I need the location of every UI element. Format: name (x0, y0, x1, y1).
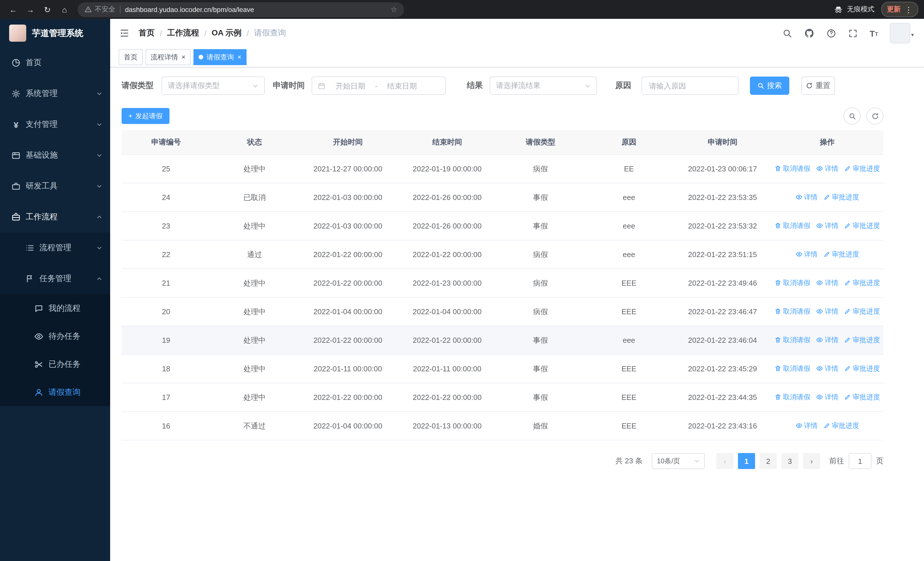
sidebar-item-todo-tasks[interactable]: 待办任务 (0, 322, 110, 350)
detail-link[interactable]: 详情 (816, 307, 838, 316)
progress-link[interactable]: 审批进度 (844, 393, 880, 402)
cell-apply_time: 2022-01-22 23:46:47 (674, 297, 771, 326)
reason-input[interactable] (648, 81, 732, 90)
help-button[interactable] (826, 28, 836, 38)
cell-reason: EEE (584, 383, 674, 412)
progress-link[interactable]: 审批进度 (844, 307, 880, 316)
detail-link[interactable]: 详情 (795, 193, 818, 202)
sidebar-item-infrastructure[interactable]: 基础设施 (0, 140, 110, 171)
browser-forward-button[interactable]: → (23, 2, 38, 17)
breadcrumb-item-oa-example[interactable]: OA 示例 (212, 28, 242, 38)
search-button[interactable]: 搜索 (750, 77, 789, 95)
sidebar-item-dev-tools[interactable]: 研发工具 (0, 171, 110, 202)
delete-icon (774, 394, 782, 401)
reset-button[interactable]: 重置 (801, 77, 835, 95)
tab-process-detail[interactable]: 流程详情 × (146, 49, 190, 65)
tab-home[interactable]: 首页 (119, 49, 142, 65)
cell-type: 病假 (497, 269, 584, 297)
prev-page-button[interactable]: ‹ (716, 453, 734, 469)
goto-page-input[interactable] (849, 453, 872, 469)
breadcrumb-item-home[interactable]: 首页 (139, 28, 154, 38)
yen-icon: ¥ (11, 120, 21, 129)
cell-type: 婚假 (497, 412, 584, 440)
detail-link[interactable]: 详情 (816, 364, 838, 374)
sidebar-item-home[interactable]: 首页 (0, 47, 110, 78)
sidebar-item-task-management[interactable]: 任务管理 (0, 263, 110, 294)
cancel-leave-link[interactable]: 取消请假 (774, 278, 810, 288)
chevron-down-icon (96, 91, 102, 96)
font-size-button[interactable]: T T (870, 29, 878, 38)
sidebar-item-done-tasks[interactable]: 已办任务 (0, 350, 110, 378)
result-select[interactable]: 请选择流结果 (490, 77, 597, 95)
next-page-button[interactable]: › (803, 453, 820, 469)
header-search-button[interactable] (783, 28, 792, 38)
browser-home-button[interactable]: ⌂ (57, 2, 72, 17)
cancel-leave-link[interactable]: 取消请假 (774, 164, 810, 174)
eye-icon (34, 332, 44, 341)
address-bar[interactable]: 不安全 dashboard.yudao.iocoder.cn/bpm/oa/le… (78, 2, 404, 17)
user-avatar[interactable] (890, 23, 910, 44)
progress-link[interactable]: 审批进度 (823, 421, 859, 431)
security-warning[interactable]: 不安全 (84, 5, 115, 14)
progress-link[interactable]: 审批进度 (844, 221, 880, 231)
toggle-search-button[interactable] (843, 107, 861, 125)
browser-menu-icon[interactable]: ⋮ (904, 5, 913, 14)
apply-time-range[interactable]: - (312, 77, 446, 95)
cancel-leave-link[interactable]: 取消请假 (774, 307, 810, 316)
chevron-down-icon (96, 152, 102, 158)
cell-start: 2022-01-22 00:00:00 (298, 269, 397, 297)
cancel-leave-link[interactable]: 取消请假 (774, 393, 810, 402)
sidebar-item-system-management[interactable]: 系统管理 (0, 78, 110, 109)
github-button[interactable] (804, 28, 814, 38)
delete-icon (774, 337, 782, 344)
fullscreen-icon (848, 28, 858, 38)
detail-link[interactable]: 详情 (816, 278, 838, 288)
tab-leave-query[interactable]: 请假查询 × (194, 49, 246, 65)
progress-link[interactable]: 审批进度 (844, 364, 880, 374)
leave-type-select[interactable]: 请选择请假类型 (162, 77, 265, 95)
page-size-select[interactable]: 10条/页 (652, 453, 705, 469)
sidebar-collapse-button[interactable] (119, 28, 129, 38)
app-logo[interactable]: 芋道管理系统 (0, 19, 110, 47)
eye-icon (816, 308, 823, 315)
sidebar-item-leave-query[interactable]: 请假查询 (0, 378, 110, 406)
sidebar-item-my-process[interactable]: 我的流程 (0, 294, 110, 322)
breadcrumb-item-workflow[interactable]: 工作流程 (167, 28, 199, 38)
end-date-input[interactable] (381, 81, 423, 90)
close-icon[interactable]: × (237, 54, 242, 60)
cancel-leave-link[interactable]: 取消请假 (774, 335, 810, 345)
cell-end: 2022-01-23 00:00:00 (397, 269, 497, 297)
browser-reload-button[interactable]: ↻ (40, 2, 55, 17)
fullscreen-button[interactable] (848, 28, 858, 38)
detail-link[interactable]: 详情 (816, 221, 838, 231)
close-icon[interactable]: × (182, 54, 186, 60)
sidebar-item-process-management[interactable]: 流程管理 (0, 233, 110, 263)
create-leave-button[interactable]: + 发起请假 (122, 108, 170, 124)
detail-link[interactable]: 详情 (795, 250, 818, 259)
progress-link[interactable]: 审批进度 (844, 278, 880, 288)
cancel-leave-link[interactable]: 取消请假 (774, 221, 810, 231)
detail-link[interactable]: 详情 (795, 421, 818, 431)
sidebar-item-workflow[interactable]: 工作流程 (0, 202, 110, 233)
briefcase-icon (11, 212, 21, 222)
flag-icon (25, 274, 34, 283)
progress-link[interactable]: 审批进度 (844, 335, 880, 345)
page-button-1[interactable]: 1 (738, 453, 755, 469)
start-date-input[interactable] (329, 81, 372, 90)
cell-reason: EEE (584, 297, 674, 326)
refresh-table-button[interactable] (866, 107, 884, 125)
detail-link[interactable]: 详情 (816, 335, 838, 345)
browser-update-button[interactable]: 更新 ⋮ (881, 2, 918, 17)
bookmark-star-icon[interactable]: ☆ (391, 5, 397, 14)
avatar-caret-icon[interactable]: ▾ (911, 32, 914, 38)
page-button-3[interactable]: 3 (782, 453, 798, 469)
detail-link[interactable]: 详情 (816, 164, 838, 174)
cancel-leave-link[interactable]: 取消请假 (774, 364, 810, 374)
progress-link[interactable]: 审批进度 (823, 250, 859, 259)
page-button-2[interactable]: 2 (760, 453, 777, 469)
detail-link[interactable]: 详情 (816, 393, 838, 402)
browser-back-button[interactable]: ← (6, 2, 21, 17)
progress-link[interactable]: 审批进度 (823, 193, 859, 202)
sidebar-item-payment-management[interactable]: ¥ 支付管理 (0, 109, 110, 140)
progress-link[interactable]: 审批进度 (844, 164, 880, 174)
